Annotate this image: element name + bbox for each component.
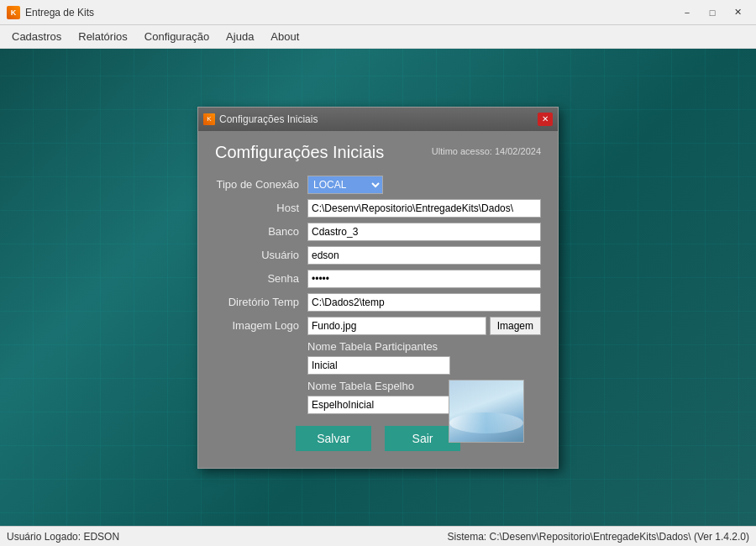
label-tipo-conexao: Tipo de Conexão [215, 178, 307, 191]
input-row-nome-tabela [307, 356, 541, 375]
menu-item-relatorios[interactable]: Relatórios [70, 25, 136, 48]
maximize-button[interactable]: □ [701, 4, 724, 21]
dialog-close-button[interactable]: ✕ [538, 113, 553, 126]
label-diretorio: Diretório Temp [215, 296, 307, 308]
dialog-header: Comfigurações Iniciais Ultimo acesso: 14… [215, 143, 541, 162]
status-bar: Usuário Logado: EDSON Sistema: C:\Desenv… [0, 526, 756, 546]
title-bar-title: Entrega de Kits [25, 7, 94, 18]
input-banco[interactable] [307, 223, 541, 241]
label-imagem-logo: Imagem Logo [215, 319, 307, 332]
input-senha[interactable] [307, 270, 541, 288]
input-diretorio[interactable] [307, 293, 541, 312]
salvar-button[interactable]: Salvar [296, 426, 371, 451]
input-imagem-logo[interactable] [307, 317, 486, 335]
field-usuario: Usuário [215, 246, 541, 265]
field-banco: Banco [215, 223, 541, 241]
input-nome-tabela[interactable] [307, 356, 450, 375]
minimize-button[interactable]: − [675, 4, 699, 21]
close-app-button[interactable]: ✕ [726, 4, 749, 21]
select-tipo-conexao[interactable]: LOCAL REMOTO [307, 176, 383, 194]
status-system: Sistema: C:\Desenv\Repositorio\Entregade… [447, 531, 749, 543]
menu-item-ajuda[interactable]: Ajuda [218, 25, 262, 48]
dialog-icon: K [203, 113, 215, 125]
field-tipo-conexao: Tipo de Conexão LOCAL REMOTO [215, 176, 541, 194]
field-diretorio: Diretório Temp [215, 293, 541, 312]
dialog-title-text: Configurações Iniciais [219, 113, 318, 125]
label-nome-tabela: Nome Tabela Participantes [307, 340, 541, 353]
input-nome-espelho[interactable] [307, 396, 450, 414]
logo-preview [449, 380, 524, 443]
menu-item-cadastros[interactable]: Cadastros [3, 25, 70, 48]
label-host: Host [215, 202, 307, 214]
dialog-title-bar: K Configurações Iniciais ✕ [198, 108, 558, 131]
menu-bar: Cadastros Relatórios Configuração Ajuda … [0, 25, 756, 49]
label-banco: Banco [215, 225, 307, 238]
field-senha: Senha [215, 270, 541, 288]
app-icon: K [7, 6, 20, 19]
input-usuario[interactable] [307, 246, 541, 265]
title-bar-controls: − □ ✕ [675, 4, 749, 21]
label-senha: Senha [215, 272, 307, 285]
imagem-button[interactable]: Imagem [490, 317, 541, 335]
dialog-configuracoes: K Configurações Iniciais ✕ Comfigurações… [197, 107, 559, 469]
dialog-overlay: K Configurações Iniciais ✕ Comfigurações… [0, 49, 756, 526]
dialog-heading: Comfigurações Iniciais [215, 143, 384, 162]
field-host: Host [215, 199, 541, 218]
last-access: Ultimo acesso: 14/02/2024 [432, 146, 541, 156]
field-imagem-logo: Imagem Logo Imagem [215, 317, 541, 335]
input-host[interactable] [307, 199, 541, 218]
status-user: Usuário Logado: EDSON [7, 531, 119, 543]
participantes-section: Nome Tabela Participantes Nome Tabela Es… [215, 340, 541, 414]
dialog-body: Comfigurações Iniciais Ultimo acesso: 14… [198, 131, 558, 468]
menu-item-configuracao[interactable]: Configuração [136, 25, 218, 48]
label-usuario: Usuário [215, 249, 307, 261]
title-bar: K Entrega de Kits − □ ✕ [0, 0, 756, 25]
menu-item-about[interactable]: About [262, 25, 307, 48]
